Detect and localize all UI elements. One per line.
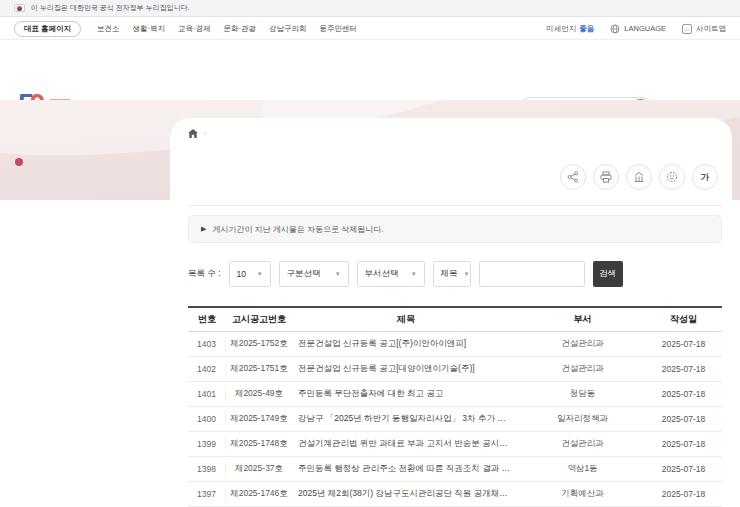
table-row: 1403제2025-1752호전문건설업 신규등록 공고[(주)이안아이앤피]건… xyxy=(188,332,722,357)
utility-links: 보건소 생활·복지 교육·경제 문화·관광 강남구의회 동주민센터 xyxy=(97,24,357,34)
table-header: 번호 고시공고번호 제목 부서 작성일 xyxy=(188,306,722,332)
date: 2025-07-18 xyxy=(645,414,722,424)
breadcrumb-separator: › xyxy=(204,130,206,137)
notice-title[interactable]: 주민등록 행정상 관리주소 전환에 따른 직권조치 결과 공고 xyxy=(292,463,520,475)
row-number: 1402 xyxy=(188,362,226,377)
notice-number: 제2025-1748호 xyxy=(226,438,292,450)
department: 청담동 xyxy=(520,388,645,400)
header-department: 부서 xyxy=(520,313,645,326)
header-notice-number: 고시공고번호 xyxy=(226,313,292,326)
department: 일자리정책과 xyxy=(520,413,645,425)
department: 건설관리과 xyxy=(520,363,645,375)
utility-bar: 대표 홈페이지 보건소 생활·복지 교육·경제 문화·관광 강남구의회 동주민센… xyxy=(0,18,740,40)
list-count-label: 목록 수 : xyxy=(188,268,221,280)
date: 2025-07-18 xyxy=(645,439,722,449)
share-icon xyxy=(567,171,579,183)
chevron-down-icon: ▼ xyxy=(257,271,263,277)
notice-number: 제2025-1752호 xyxy=(226,338,292,350)
table-body: 1403제2025-1752호전문건설업 신규등록 공고[(주)이안아이앤피]건… xyxy=(188,332,722,507)
table-row: 1401제2025-49호주민등록 무단전출자에 대한 최고 공고청담동2025… xyxy=(188,382,722,407)
row-number: 1399 xyxy=(188,437,226,452)
page-tools: 가 xyxy=(560,164,718,190)
notice-title[interactable]: 전문건설업 신규등록 공고[대양이앤이기술(주)] xyxy=(292,363,520,375)
notice-number: 제2025-49호 xyxy=(226,388,292,400)
fine-dust-status: 미세먼지좋음 xyxy=(546,24,594,34)
utility-link-culture[interactable]: 문화·관광 xyxy=(224,24,257,34)
chevron-down-icon: ▼ xyxy=(411,271,417,277)
section-divider xyxy=(188,205,722,206)
utility-link-dong-office[interactable]: 동주민센터 xyxy=(320,24,358,34)
dust-status-value: 좋음 xyxy=(579,24,594,33)
table-row: 1400제2025-1749호강남구 「2025년 하반기 동행일자리사업」 3… xyxy=(188,407,722,432)
chevron-down-icon: ▼ xyxy=(464,271,470,277)
notice-table: 번호 고시공고번호 제목 부서 작성일 1403제2025-1752호전문건설업… xyxy=(188,306,722,507)
notice-number: 제2025-37호 xyxy=(226,463,292,475)
smile-face-icon xyxy=(666,171,678,183)
utility-link-council[interactable]: 강남구의회 xyxy=(269,24,307,34)
chevron-down-icon: ▼ xyxy=(335,271,341,277)
row-number: 1401 xyxy=(188,387,226,402)
main-homepage-button[interactable]: 대표 홈페이지 xyxy=(14,21,81,37)
sitemap-icon: ⌂ xyxy=(682,24,692,34)
row-number: 1400 xyxy=(188,412,226,427)
notice-box: ▶ 게시기간이 지난 게시물은 자동으로 삭제됩니다. xyxy=(188,215,722,243)
notice-number: 제2025-1749호 xyxy=(226,413,292,425)
utility-link-welfare[interactable]: 생활·복지 xyxy=(133,24,166,34)
print-icon xyxy=(600,171,612,183)
notice-title[interactable]: 전문건설업 신규등록 공고[(주)이안아이앤피] xyxy=(292,338,520,350)
search-field-select[interactable]: 제목 ▼ xyxy=(433,261,471,287)
date: 2025-07-18 xyxy=(645,489,722,499)
civic-building-icon xyxy=(633,171,645,183)
department: 건설관리과 xyxy=(520,338,645,350)
date: 2025-07-18 xyxy=(645,339,722,349)
header-number: 번호 xyxy=(188,313,226,326)
notice-title[interactable]: 건설기계관리법 위반 과태료 부과 고지서 반송분 공시송달 공고 xyxy=(292,438,520,450)
table-row: 1397제2025-1746호2025년 제2회(38기) 강남구도시관리공단 … xyxy=(188,482,722,507)
globe-icon xyxy=(610,24,620,34)
notice-title[interactable]: 주민등록 무단전출자에 대한 최고 공고 xyxy=(292,388,520,400)
font-size-button[interactable]: 가 xyxy=(692,164,718,190)
civic-building-button[interactable] xyxy=(626,164,652,190)
satisfaction-button[interactable] xyxy=(659,164,685,190)
notice-arrow-icon: ▶ xyxy=(201,225,206,233)
row-number: 1397 xyxy=(188,487,226,502)
row-number: 1398 xyxy=(188,462,226,477)
notice-number: 제2025-1751호 xyxy=(226,363,292,375)
utility-link-health-center[interactable]: 보건소 xyxy=(97,24,120,34)
row-number: 1403 xyxy=(188,337,226,352)
korean-flag-icon xyxy=(14,4,25,12)
gov-banner-text: 이 누리집은 대한민국 공식 전자정부 누리집입니다. xyxy=(31,3,190,13)
utility-link-education[interactable]: 교육·경제 xyxy=(178,24,211,34)
breadcrumb: › xyxy=(188,129,206,138)
notice-title[interactable]: 강남구 「2025년 하반기 동행일자리사업」 3차 추가 선발자 공고 xyxy=(292,413,520,425)
date: 2025-07-18 xyxy=(645,464,722,474)
department: 기획예산과 xyxy=(520,488,645,500)
department: 건설관리과 xyxy=(520,438,645,450)
list-search-button[interactable]: 검색 xyxy=(593,261,623,287)
table-row: 1402제2025-1751호전문건설업 신규등록 공고[대양이앤이기술(주)]… xyxy=(188,357,722,382)
table-row: 1399제2025-1748호건설기계관리법 위반 과태료 부과 고지서 반송분… xyxy=(188,432,722,457)
home-icon[interactable] xyxy=(188,129,198,138)
page: 이 누리집은 대한민국 공식 전자정부 누리집입니다. 대표 홈페이지 보건소 … xyxy=(0,0,740,507)
gov-banner: 이 누리집은 대한민국 공식 전자정부 누리집입니다. xyxy=(0,0,740,17)
department: 역삼1동 xyxy=(520,463,645,475)
share-button[interactable] xyxy=(560,164,586,190)
list-count-select[interactable]: 10 ▼ xyxy=(229,261,271,287)
header-title: 제목 xyxy=(292,313,520,326)
department-select[interactable]: 부서선택 ▼ xyxy=(357,261,425,287)
notice-number: 제2025-1746호 xyxy=(226,488,292,500)
sitemap-button[interactable]: ⌂ 사이트맵 xyxy=(682,24,726,34)
decorative-red-dot xyxy=(15,158,23,166)
content-card: › xyxy=(170,118,732,507)
print-button[interactable] xyxy=(593,164,619,190)
header-date: 작성일 xyxy=(645,313,722,326)
list-filters: 목록 수 : 10 ▼ 구분선택 ▼ 부서선택 ▼ 제목 ▼ 검색 xyxy=(188,261,623,287)
date: 2025-07-18 xyxy=(645,364,722,374)
date: 2025-07-18 xyxy=(645,389,722,399)
notice-title[interactable]: 2025년 제2회(38기) 강남구도시관리공단 직원 공개채용 공고 xyxy=(292,488,520,500)
main-header: 5 0 종합민원 소통·참여 행정·정보 강남소식 강남소개 분야별정보 로그인 xyxy=(0,40,740,100)
language-button[interactable]: LANGUAGE xyxy=(610,24,666,34)
notice-text: 게시기간이 지난 게시물은 자동으로 삭제됩니다. xyxy=(212,224,383,235)
keyword-input[interactable] xyxy=(479,261,585,287)
category-select[interactable]: 구분선택 ▼ xyxy=(279,261,349,287)
